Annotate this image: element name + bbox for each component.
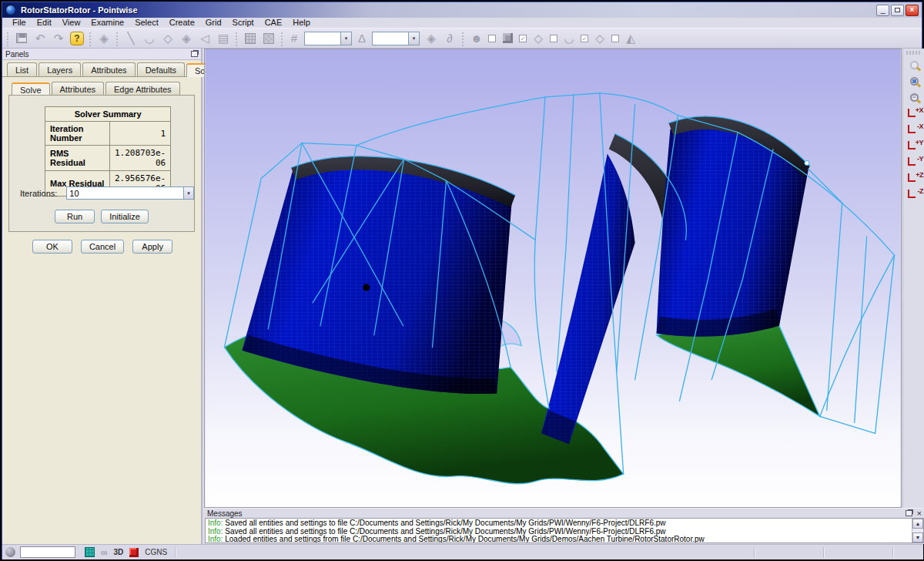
show-spacings-button[interactable]: ◇: [591, 30, 608, 47]
minimize-button[interactable]: _: [876, 5, 889, 16]
title-bar[interactable]: RotorStatorRotor - Pointwise _ ×: [2, 2, 922, 18]
menu-grid[interactable]: Grid: [200, 18, 227, 28]
create-block-button[interactable]: ▤: [215, 30, 232, 47]
create-curve-button[interactable]: ◡: [141, 30, 158, 47]
subtab-edge-attributes[interactable]: Edge Attributes: [105, 82, 180, 96]
save-icon: [16, 33, 27, 43]
view-plus-x-button[interactable]: +X: [905, 106, 923, 122]
show-connectors-button[interactable]: ◡: [561, 30, 578, 47]
show-domains-checkbox[interactable]: [550, 35, 557, 42]
solve-page: Solver Summary Iteration Number 1 RMS Re…: [8, 95, 195, 232]
pick-point[interactable]: [363, 284, 370, 291]
view-minus-x-button[interactable]: -X: [905, 122, 923, 138]
panel-tabs: List Layers Attributes Defaults Solve: [2, 60, 201, 76]
run-button[interactable]: Run: [55, 210, 95, 223]
create-unstructured-domain-button[interactable]: ◈: [178, 30, 195, 47]
unstructured-grid-button[interactable]: [260, 30, 277, 47]
spacing-button[interactable]: Δ: [355, 30, 369, 47]
toolbar-grip[interactable]: [116, 31, 119, 46]
apply-button[interactable]: Apply: [132, 240, 172, 254]
view-toolbar: +X -X +Y -Y +Z -Z: [902, 49, 924, 508]
messages-close-icon[interactable]: ×: [917, 509, 922, 517]
create-extrusion-button[interactable]: ◁: [196, 30, 213, 47]
messages-scrollbar[interactable]: ▲ ▼: [912, 519, 923, 543]
tab-layers[interactable]: Layers: [38, 62, 81, 76]
menu-bar: File Edit View Examine Select Create Gri…: [2, 18, 922, 28]
menu-cae[interactable]: CAE: [259, 18, 288, 28]
toolbar-grip[interactable]: [89, 31, 92, 46]
cae-format-badge: CGNS: [145, 548, 167, 556]
panel-float-icon[interactable]: [191, 51, 198, 57]
show-blocks-checkbox[interactable]: ✓: [519, 35, 527, 42]
show-database-button[interactable]: ☻: [468, 30, 485, 47]
toolbar-grip[interactable]: [461, 31, 465, 46]
menu-create[interactable]: Create: [164, 18, 200, 28]
dimension-button[interactable]: #: [287, 30, 301, 47]
initialize-tool-button[interactable]: ◈: [423, 30, 440, 47]
show-connectors-checkbox[interactable]: ✓: [581, 35, 588, 42]
tab-defaults[interactable]: Defaults: [137, 62, 185, 76]
show-spacings-checkbox[interactable]: [611, 35, 619, 42]
save-button[interactable]: [13, 30, 30, 47]
toolbar-grip[interactable]: [235, 31, 239, 46]
panels-header[interactable]: Panels: [2, 49, 201, 60]
show-annotations-button[interactable]: ◭: [622, 30, 639, 47]
cancel-button[interactable]: Cancel: [81, 240, 124, 254]
menu-edit[interactable]: Edit: [32, 18, 57, 28]
iterations-combo[interactable]: ▾: [66, 186, 194, 200]
zoom-box-icon: [910, 77, 919, 86]
ok-button[interactable]: OK: [32, 240, 72, 254]
messages-header[interactable]: Messages ×: [204, 508, 924, 518]
structured-grid-icon: [245, 33, 256, 44]
iterations-input[interactable]: [67, 189, 183, 198]
layer-assign-button[interactable]: ◈: [95, 30, 112, 47]
help-button[interactable]: ?: [69, 30, 85, 47]
highlight-point[interactable]: [805, 161, 809, 166]
spacing-combo-dropdown-icon[interactable]: ▾: [408, 32, 419, 45]
view-minus-y-button[interactable]: -Y: [905, 154, 923, 170]
toolbar-grip[interactable]: [280, 31, 284, 46]
menu-select[interactable]: Select: [129, 18, 164, 28]
zoom-extents-button[interactable]: [906, 89, 922, 106]
subtab-attributes[interactable]: Attributes: [52, 82, 104, 96]
dimension-combo[interactable]: ▾: [304, 32, 352, 45]
show-blocks-button[interactable]: [499, 30, 516, 47]
menu-examine[interactable]: Examine: [85, 18, 129, 28]
scroll-down-icon[interactable]: ▼: [912, 532, 923, 543]
toolbar-grip[interactable]: [6, 31, 10, 46]
panels-dock: Panels List Layers Attributes Defaults S…: [2, 49, 203, 544]
view-minus-z-button[interactable]: -Z: [905, 186, 923, 203]
restore-button[interactable]: [891, 5, 904, 16]
viewport-3d-scene[interactable]: [205, 49, 901, 507]
menu-script[interactable]: Script: [227, 18, 259, 28]
view-plus-y-button[interactable]: +Y: [905, 138, 923, 154]
initialize-button[interactable]: Initialize: [101, 210, 149, 223]
iterations-spinner-icon[interactable]: ▾: [183, 187, 193, 199]
menu-view[interactable]: View: [57, 18, 86, 28]
messages-log[interactable]: Info: Saved all entities and settings to…: [205, 518, 924, 543]
show-domains-button[interactable]: ◇: [530, 30, 547, 47]
viewport-3d[interactable]: [204, 49, 902, 508]
menu-file[interactable]: File: [7, 18, 32, 28]
create-domain-button[interactable]: ◇: [159, 30, 176, 47]
toolbar-grip[interactable]: [906, 51, 922, 55]
redo-button[interactable]: ↷: [50, 30, 67, 47]
spacing-combo[interactable]: ▾: [372, 32, 420, 45]
dimension-combo-dropdown-icon[interactable]: ▾: [340, 32, 351, 45]
create-connector-button[interactable]: ╲: [122, 30, 139, 47]
show-database-checkbox[interactable]: [488, 35, 496, 42]
zoom-button[interactable]: [906, 57, 922, 73]
undo-button[interactable]: ↶: [32, 30, 49, 47]
messages-float-icon[interactable]: [906, 510, 912, 516]
iteration-number-label: Iteration Number: [45, 122, 110, 146]
zoom-box-button[interactable]: [906, 73, 922, 89]
structured-grid-button[interactable]: [242, 30, 259, 47]
scroll-up-icon[interactable]: ▲: [912, 519, 923, 529]
close-button[interactable]: ×: [906, 5, 919, 16]
tab-attributes[interactable]: Attributes: [82, 62, 135, 76]
view-plus-z-button[interactable]: +Z: [905, 170, 923, 186]
dimension-badge: 3D: [114, 548, 124, 556]
derivative-button[interactable]: ∂: [441, 30, 458, 47]
menu-help[interactable]: Help: [287, 18, 316, 28]
tab-list[interactable]: List: [7, 62, 37, 76]
